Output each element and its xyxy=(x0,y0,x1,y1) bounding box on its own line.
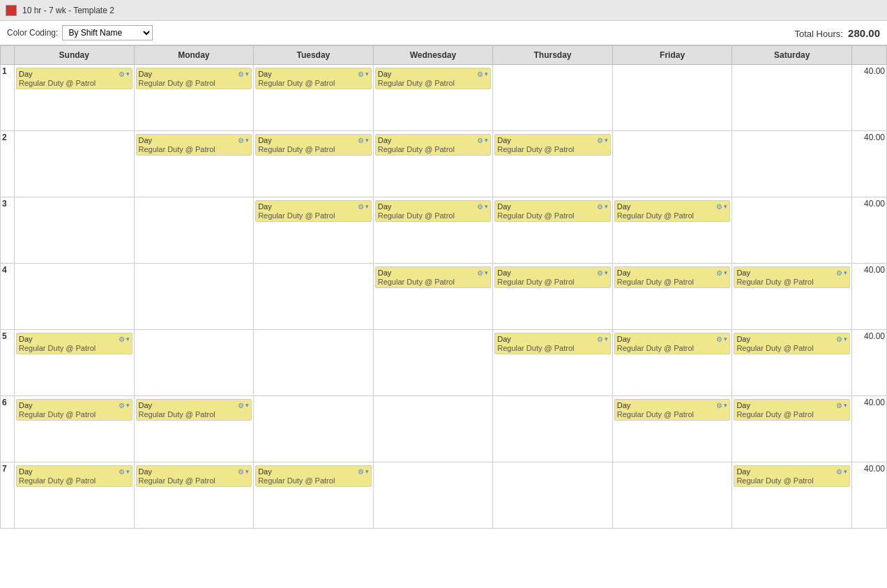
day-cell[interactable] xyxy=(493,65,613,131)
dropdown-arrow-icon[interactable]: ▾ xyxy=(485,70,488,77)
day-cell[interactable]: Day⚙▾Regular Duty @ Patrol xyxy=(732,330,852,396)
day-cell[interactable]: Day⚙▾Regular Duty @ Patrol xyxy=(373,65,493,131)
day-cell[interactable]: Day⚙▾Regular Duty @ Patrol xyxy=(254,131,374,197)
shift-card[interactable]: Day⚙▾Regular Duty @ Patrol xyxy=(255,200,372,222)
day-cell[interactable]: Day⚙▾Regular Duty @ Patrol xyxy=(493,131,613,197)
dropdown-arrow-icon[interactable]: ▾ xyxy=(245,402,249,409)
dropdown-arrow-icon[interactable]: ▾ xyxy=(605,336,608,342)
dropdown-arrow-icon[interactable]: ▾ xyxy=(365,70,369,77)
shift-card[interactable]: Day⚙▾Regular Duty @ Patrol xyxy=(255,68,372,89)
day-cell[interactable] xyxy=(15,131,135,197)
gear-icon[interactable]: ⚙ xyxy=(477,203,483,211)
day-cell[interactable]: Day⚙▾Regular Duty @ Patrol xyxy=(254,197,374,264)
day-cell[interactable] xyxy=(15,264,135,330)
day-cell[interactable]: Day⚙▾Regular Duty @ Patrol xyxy=(493,264,613,330)
shift-card[interactable]: Day⚙▾Regular Duty @ Patrol xyxy=(734,399,850,421)
gear-icon[interactable]: ⚙ xyxy=(597,137,603,144)
dropdown-arrow-icon[interactable]: ▾ xyxy=(605,203,608,210)
shift-card[interactable]: Day⚙▾Regular Duty @ Patrol xyxy=(614,200,731,222)
day-cell[interactable] xyxy=(493,396,613,462)
gear-icon[interactable]: ⚙ xyxy=(716,203,722,211)
shift-card[interactable]: Day⚙▾Regular Duty @ Patrol xyxy=(136,68,252,89)
dropdown-arrow-icon[interactable]: ▾ xyxy=(485,137,488,144)
gear-icon[interactable]: ⚙ xyxy=(597,269,603,277)
day-cell[interactable] xyxy=(373,330,493,396)
dropdown-arrow-icon[interactable]: ▾ xyxy=(485,203,488,210)
shift-card[interactable]: Day⚙▾Regular Duty @ Patrol xyxy=(375,134,492,156)
gear-icon[interactable]: ⚙ xyxy=(836,269,842,277)
shift-card[interactable]: Day⚙▾Regular Duty @ Patrol xyxy=(16,333,132,354)
gear-icon[interactable]: ⚙ xyxy=(836,336,842,343)
day-cell[interactable] xyxy=(254,396,374,462)
day-cell[interactable]: Day⚙▾Regular Duty @ Patrol xyxy=(373,197,493,264)
color-coding-select[interactable]: By Shift NameBy PositionBy Employee xyxy=(62,25,153,40)
shift-card[interactable]: Day⚙▾Regular Duty @ Patrol xyxy=(734,333,850,354)
shift-card[interactable]: Day⚙▾Regular Duty @ Patrol xyxy=(614,333,731,354)
dropdown-arrow-icon[interactable]: ▾ xyxy=(724,269,727,276)
day-cell[interactable] xyxy=(254,264,374,330)
day-cell[interactable]: Day⚙▾Regular Duty @ Patrol xyxy=(373,264,493,330)
dropdown-arrow-icon[interactable]: ▾ xyxy=(365,203,369,210)
shift-card[interactable]: Day⚙▾Regular Duty @ Patrol xyxy=(255,465,372,487)
day-cell[interactable] xyxy=(254,330,374,396)
gear-icon[interactable]: ⚙ xyxy=(119,402,125,409)
day-cell[interactable]: Day⚙▾Regular Duty @ Patrol xyxy=(493,330,613,396)
day-cell[interactable]: Day⚙▾Regular Duty @ Patrol xyxy=(612,264,732,330)
dropdown-arrow-icon[interactable]: ▾ xyxy=(724,203,727,210)
gear-icon[interactable]: ⚙ xyxy=(238,402,244,409)
day-cell[interactable] xyxy=(612,462,732,529)
dropdown-arrow-icon[interactable]: ▾ xyxy=(245,137,249,144)
day-cell[interactable]: Day⚙▾Regular Duty @ Patrol xyxy=(15,65,135,131)
day-cell[interactable] xyxy=(134,197,254,264)
day-cell[interactable]: Day⚙▾Regular Duty @ Patrol xyxy=(254,462,374,529)
dropdown-arrow-icon[interactable]: ▾ xyxy=(605,269,608,276)
gear-icon[interactable]: ⚙ xyxy=(238,468,244,476)
dropdown-arrow-icon[interactable]: ▾ xyxy=(245,70,249,77)
shift-card[interactable]: Day⚙▾Regular Duty @ Patrol xyxy=(734,266,850,288)
gear-icon[interactable]: ⚙ xyxy=(119,336,125,343)
day-cell[interactable] xyxy=(732,131,852,197)
shift-card[interactable]: Day⚙▾Regular Duty @ Patrol xyxy=(16,68,132,89)
day-cell[interactable] xyxy=(373,462,493,529)
dropdown-arrow-icon[interactable]: ▾ xyxy=(724,336,727,342)
dropdown-arrow-icon[interactable]: ▾ xyxy=(844,336,847,342)
day-cell[interactable]: Day⚙▾Regular Duty @ Patrol xyxy=(134,131,254,197)
gear-icon[interactable]: ⚙ xyxy=(716,402,722,409)
shift-card[interactable]: Day⚙▾Regular Duty @ Patrol xyxy=(494,333,611,354)
day-cell[interactable]: Day⚙▾Regular Duty @ Patrol xyxy=(612,330,732,396)
gear-icon[interactable]: ⚙ xyxy=(716,336,722,343)
shift-card[interactable]: Day⚙▾Regular Duty @ Patrol xyxy=(614,399,731,421)
gear-icon[interactable]: ⚙ xyxy=(477,70,483,78)
day-cell[interactable]: Day⚙▾Regular Duty @ Patrol xyxy=(134,65,254,131)
gear-icon[interactable]: ⚙ xyxy=(716,269,722,277)
gear-icon[interactable]: ⚙ xyxy=(836,468,842,476)
day-cell[interactable] xyxy=(732,197,852,264)
shift-card[interactable]: Day⚙▾Regular Duty @ Patrol xyxy=(614,266,731,288)
dropdown-arrow-icon[interactable]: ▾ xyxy=(126,70,130,77)
day-cell[interactable] xyxy=(15,197,135,264)
gear-icon[interactable]: ⚙ xyxy=(358,70,364,78)
day-cell[interactable]: Day⚙▾Regular Duty @ Patrol xyxy=(732,462,852,529)
day-cell[interactable] xyxy=(612,65,732,131)
shift-card[interactable]: Day⚙▾Regular Duty @ Patrol xyxy=(494,200,611,222)
gear-icon[interactable]: ⚙ xyxy=(477,269,483,277)
shift-card[interactable]: Day⚙▾Regular Duty @ Patrol xyxy=(255,134,372,156)
day-cell[interactable] xyxy=(612,131,732,197)
dropdown-arrow-icon[interactable]: ▾ xyxy=(365,137,369,144)
shift-card[interactable]: Day⚙▾Regular Duty @ Patrol xyxy=(16,465,132,487)
day-cell[interactable]: Day⚙▾Regular Duty @ Patrol xyxy=(254,65,374,131)
shift-card[interactable]: Day⚙▾Regular Duty @ Patrol xyxy=(136,134,252,156)
gear-icon[interactable]: ⚙ xyxy=(119,468,125,476)
day-cell[interactable]: Day⚙▾Regular Duty @ Patrol xyxy=(134,396,254,462)
day-cell[interactable] xyxy=(493,462,613,529)
day-cell[interactable] xyxy=(732,65,852,131)
day-cell[interactable]: Day⚙▾Regular Duty @ Patrol xyxy=(612,197,732,264)
gear-icon[interactable]: ⚙ xyxy=(477,137,483,144)
day-cell[interactable]: Day⚙▾Regular Duty @ Patrol xyxy=(15,396,135,462)
shift-card[interactable]: Day⚙▾Regular Duty @ Patrol xyxy=(16,399,132,421)
dropdown-arrow-icon[interactable]: ▾ xyxy=(844,468,847,475)
gear-icon[interactable]: ⚙ xyxy=(836,402,842,409)
day-cell[interactable]: Day⚙▾Regular Duty @ Patrol xyxy=(15,330,135,396)
shift-card[interactable]: Day⚙▾Regular Duty @ Patrol xyxy=(494,134,611,156)
dropdown-arrow-icon[interactable]: ▾ xyxy=(126,468,130,475)
